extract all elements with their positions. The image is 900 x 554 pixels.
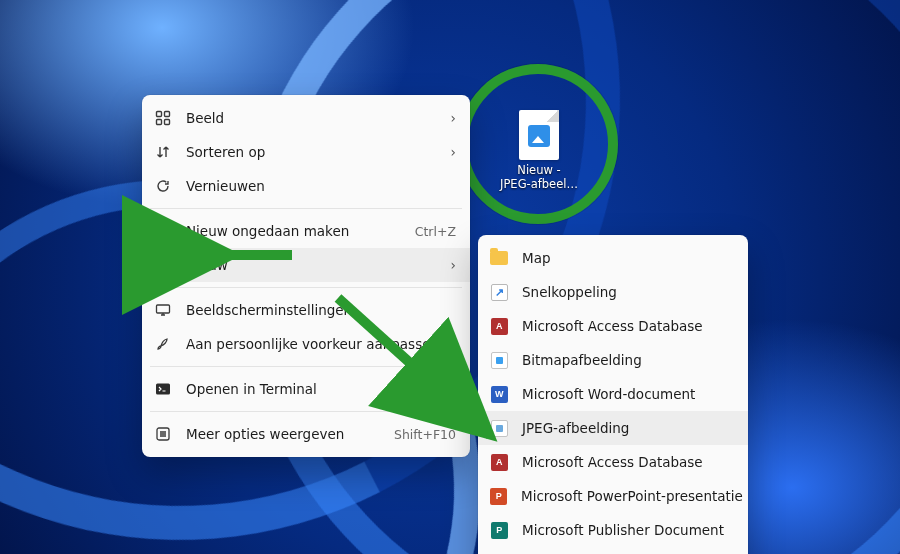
access-icon: A xyxy=(490,453,508,471)
menu-item-label: Sorteren op xyxy=(186,144,437,160)
svg-rect-6 xyxy=(156,384,170,395)
shortcut-icon xyxy=(490,283,508,301)
submenu-item-label: Microsoft Publisher Document xyxy=(522,522,734,538)
menu-item-personalize[interactable]: Aan persoonlijke voorkeur aanpassen xyxy=(142,327,470,361)
personalize-icon xyxy=(154,335,172,353)
svg-rect-1 xyxy=(165,112,170,117)
publisher-icon: P xyxy=(490,521,508,539)
access-icon: A xyxy=(490,317,508,335)
terminal-icon xyxy=(154,380,172,398)
jpeg-icon xyxy=(490,419,508,437)
menu-item-new[interactable]: Nieuw › xyxy=(142,248,470,282)
submenu-item-label: Microsoft Access Database xyxy=(522,454,734,470)
bitmap-icon xyxy=(490,351,508,369)
submenu-item-label: Microsoft Word-document xyxy=(522,386,734,402)
display-settings-icon xyxy=(154,301,172,319)
svg-rect-2 xyxy=(157,120,162,125)
refresh-icon xyxy=(154,177,172,195)
chevron-right-icon: › xyxy=(451,110,456,126)
menu-item-label: Nieuw xyxy=(186,257,437,273)
menu-item-label: Vernieuwen xyxy=(186,178,456,194)
submenu-item-powerpoint[interactable]: P Microsoft PowerPoint-presentatie xyxy=(478,479,748,513)
menu-item-sort[interactable]: Sorteren op › xyxy=(142,135,470,169)
submenu-item-label: JPEG-afbeelding xyxy=(522,420,734,436)
menu-item-display-settings[interactable]: Beeldscherminstellingen xyxy=(142,293,470,327)
submenu-item-text[interactable]: Tekstdocument xyxy=(478,547,748,554)
chevron-right-icon: › xyxy=(451,257,456,273)
submenu-item-label: Microsoft Access Database xyxy=(522,318,734,334)
menu-separator xyxy=(150,366,462,367)
submenu-item-access-db[interactable]: A Microsoft Access Database xyxy=(478,309,748,343)
submenu-item-shortcut[interactable]: Snelkoppeling xyxy=(478,275,748,309)
menu-item-label: Openen in Terminal xyxy=(186,381,456,397)
submenu-item-label: Bitmapafbeelding xyxy=(522,352,734,368)
menu-item-terminal[interactable]: Openen in Terminal xyxy=(142,372,470,406)
menu-item-label: Aan persoonlijke voorkeur aanpassen xyxy=(186,336,456,352)
menu-item-refresh[interactable]: Vernieuwen xyxy=(142,169,470,203)
menu-item-more-options[interactable]: Meer opties weergeven Shift+F10 xyxy=(142,417,470,451)
submenu-item-jpeg[interactable]: JPEG-afbeelding xyxy=(478,411,748,445)
plus-circle-icon xyxy=(154,256,172,274)
svg-rect-3 xyxy=(165,120,170,125)
annotation-circle xyxy=(458,64,618,224)
svg-rect-0 xyxy=(157,112,162,117)
chevron-right-icon: › xyxy=(451,144,456,160)
submenu-item-access-db-2[interactable]: A Microsoft Access Database xyxy=(478,445,748,479)
submenu-item-label: Microsoft PowerPoint-presentatie xyxy=(521,488,743,504)
folder-icon xyxy=(490,249,508,267)
menu-item-shortcut: Shift+F10 xyxy=(394,427,456,442)
submenu-item-bitmap[interactable]: Bitmapafbeelding xyxy=(478,343,748,377)
menu-item-view[interactable]: Beeld › xyxy=(142,101,470,135)
menu-item-undo[interactable]: Nieuw ongedaan maken Ctrl+Z xyxy=(142,214,470,248)
submenu-item-label: Map xyxy=(522,250,734,266)
desktop-context-menu: Beeld › Sorteren op › Vernieuwen Nieuw o… xyxy=(142,95,470,457)
view-icon xyxy=(154,109,172,127)
menu-item-label: Beeld xyxy=(186,110,437,126)
undo-icon xyxy=(154,222,172,240)
submenu-item-label: Snelkoppeling xyxy=(522,284,734,300)
submenu-item-word[interactable]: W Microsoft Word-document xyxy=(478,377,748,411)
sort-icon xyxy=(154,143,172,161)
submenu-item-publisher[interactable]: P Microsoft Publisher Document xyxy=(478,513,748,547)
more-options-icon xyxy=(154,425,172,443)
svg-rect-5 xyxy=(157,305,170,313)
submenu-item-folder[interactable]: Map xyxy=(478,241,748,275)
menu-item-label: Beeldscherminstellingen xyxy=(186,302,456,318)
menu-separator xyxy=(150,208,462,209)
menu-item-shortcut: Ctrl+Z xyxy=(415,224,456,239)
powerpoint-icon: P xyxy=(490,487,507,505)
menu-separator xyxy=(150,287,462,288)
new-submenu: Map Snelkoppeling A Microsoft Access Dat… xyxy=(478,235,748,554)
menu-item-label: Meer opties weergeven xyxy=(186,426,362,442)
menu-separator xyxy=(150,411,462,412)
word-icon: W xyxy=(490,385,508,403)
menu-item-label: Nieuw ongedaan maken xyxy=(186,223,383,239)
